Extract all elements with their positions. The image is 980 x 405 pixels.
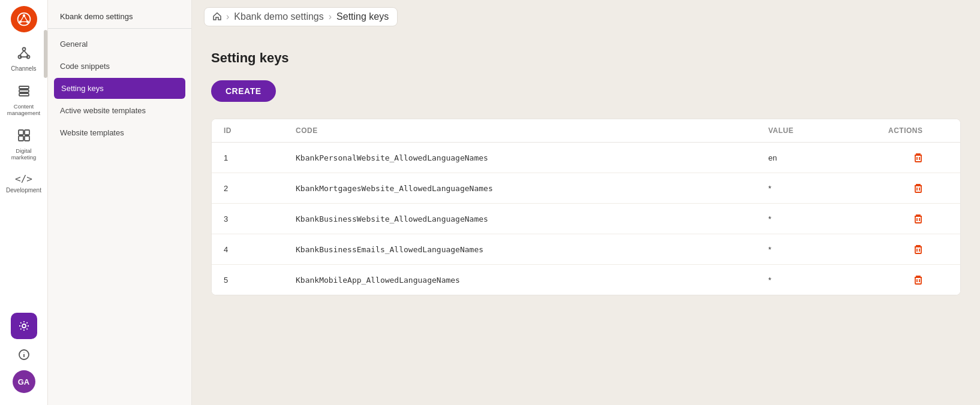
row-value-3: *: [768, 214, 888, 223]
svg-rect-16: [19, 130, 23, 135]
delete-button-3[interactable]: [888, 213, 948, 224]
content-management-icon: [17, 84, 31, 101]
row-code-4: KbankBusinessEmails_AllowedLanguageNames: [296, 245, 768, 254]
app-logo[interactable]: [11, 6, 37, 32]
header-value: Value: [768, 126, 888, 135]
row-id-5: 5: [224, 276, 296, 285]
sidebar-item-channels[interactable]: Channels: [0, 42, 47, 77]
table-row: 3 KbankBusinessWebsite_AllowedLanguageNa…: [212, 204, 960, 234]
development-label: Development: [6, 187, 41, 194]
home-icon[interactable]: [213, 12, 221, 22]
page-title: Setting keys: [211, 50, 961, 66]
svg-rect-33: [915, 247, 921, 253]
row-value-5: *: [768, 276, 888, 285]
row-code-5: KbankMobileApp_AllowedLanguageNames: [296, 276, 768, 285]
sidebar-item-code-snippets[interactable]: Code snippets: [48, 56, 191, 77]
delete-button-4[interactable]: [888, 244, 948, 255]
row-id-1: 1: [224, 153, 296, 162]
main-content: › Kbank demo settings › Setting keys Set…: [192, 0, 980, 405]
digital-marketing-label: Digital marketing: [11, 147, 37, 161]
user-avatar[interactable]: GA: [13, 370, 35, 393]
breadcrumb-separator-2: ›: [329, 11, 332, 22]
header-code: Code: [296, 126, 768, 135]
row-id-4: 4: [224, 245, 296, 254]
sidebar-item-development[interactable]: </> Development: [0, 168, 47, 199]
row-value-1: en: [768, 153, 888, 162]
create-button[interactable]: CREATE: [211, 80, 276, 102]
svg-rect-36: [915, 277, 921, 284]
svg-rect-13: [19, 86, 29, 89]
sidebar-item-content-management[interactable]: Content management: [0, 80, 47, 122]
delete-button-2[interactable]: [888, 183, 948, 194]
breadcrumb-wrapper: › Kbank demo settings › Setting keys: [192, 0, 980, 34]
svg-line-4: [20, 16, 23, 22]
header-id: ID: [224, 126, 296, 135]
row-id-2: 2: [224, 184, 296, 193]
svg-point-7: [22, 48, 25, 51]
row-code-3: KbankBusinessWebsite_AllowedLanguageName…: [296, 214, 768, 223]
table-row: 2 KbankMortgagesWebsite_AllowedLanguageN…: [212, 173, 960, 204]
info-button[interactable]: [14, 345, 34, 364]
content-management-label: Content management: [7, 103, 40, 117]
svg-rect-15: [19, 93, 29, 96]
row-code-2: KbankMortgagesWebsite_AllowedLanguageNam…: [296, 184, 768, 193]
sidebar-item-digital-marketing[interactable]: Digital marketing: [0, 124, 47, 166]
svg-line-11: [24, 51, 28, 56]
svg-point-20: [22, 324, 26, 328]
digital-marketing-icon: [17, 129, 31, 145]
breadcrumb-kbank-demo[interactable]: Kbank demo settings: [234, 11, 323, 22]
sidebar-item-setting-keys[interactable]: Setting keys: [54, 78, 185, 99]
sidebar-scrollbar: [44, 30, 47, 78]
svg-line-10: [20, 51, 24, 56]
svg-line-5: [24, 16, 28, 22]
row-id-3: 3: [224, 214, 296, 223]
sidebar-item-website-templates[interactable]: Website templates: [48, 122, 191, 143]
svg-rect-17: [25, 130, 29, 135]
row-code-1: KbankPersonalWebsite_AllowedLanguageName…: [296, 153, 768, 162]
delete-button-5[interactable]: [888, 274, 948, 285]
settings-button[interactable]: [11, 313, 37, 339]
breadcrumb-current: Setting keys: [336, 11, 389, 22]
row-value-4: *: [768, 245, 888, 254]
breadcrumb-separator-1: ›: [226, 11, 229, 22]
svg-rect-19: [25, 136, 29, 141]
header-actions: Actions: [888, 126, 948, 135]
delete-button-1[interactable]: [888, 152, 948, 163]
row-value-2: *: [768, 184, 888, 193]
svg-rect-18: [19, 136, 23, 141]
setting-keys-table: ID Code Value Actions 1 KbankPersonalWeb…: [211, 119, 961, 295]
table-row: 1 KbankPersonalWebsite_AllowedLanguageNa…: [212, 143, 960, 173]
svg-point-23: [23, 352, 24, 353]
content-area: Setting keys CREATE ID Code Value Action…: [192, 34, 980, 405]
secondary-sidebar-title: Kbank demo settings: [48, 12, 191, 29]
svg-rect-27: [915, 186, 921, 192]
secondary-sidebar: Kbank demo settings General Code snippet…: [48, 0, 192, 405]
left-sidebar: Channels Content management Digital mark…: [0, 0, 48, 405]
sidebar-item-general[interactable]: General: [48, 34, 191, 55]
svg-rect-14: [19, 90, 29, 92]
table-row: 4 KbankBusinessEmails_AllowedLanguageNam…: [212, 234, 960, 265]
table-header: ID Code Value Actions: [212, 119, 960, 143]
channels-label: Channels: [11, 65, 36, 72]
sidebar-item-active-website-templates[interactable]: Active website templates: [48, 100, 191, 121]
svg-rect-24: [915, 155, 921, 162]
breadcrumb: › Kbank demo settings › Setting keys: [204, 7, 398, 26]
development-icon: </>: [15, 173, 32, 185]
sidebar-bottom: GA: [11, 313, 37, 399]
table-row: 5 KbankMobileApp_AllowedLanguageNames *: [212, 265, 960, 295]
channels-icon: [17, 47, 31, 63]
svg-rect-30: [915, 216, 921, 223]
